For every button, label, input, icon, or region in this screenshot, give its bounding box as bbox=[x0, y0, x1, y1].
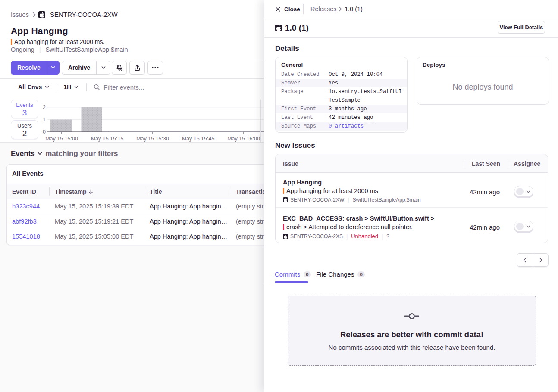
svg-text:2: 2 bbox=[43, 104, 46, 110]
svg-text:0: 0 bbox=[43, 129, 46, 135]
svg-text:May 15 15:30: May 15 15:30 bbox=[136, 136, 169, 142]
svg-text:May 15 16:00: May 15 16:00 bbox=[227, 136, 260, 142]
svg-text:May 15 15:45: May 15 15:45 bbox=[182, 136, 215, 142]
svg-text:May 15 15:00: May 15 15:00 bbox=[45, 136, 78, 142]
svg-text:1: 1 bbox=[43, 117, 46, 123]
svg-text:May 15 15:15: May 15 15:15 bbox=[91, 136, 124, 142]
